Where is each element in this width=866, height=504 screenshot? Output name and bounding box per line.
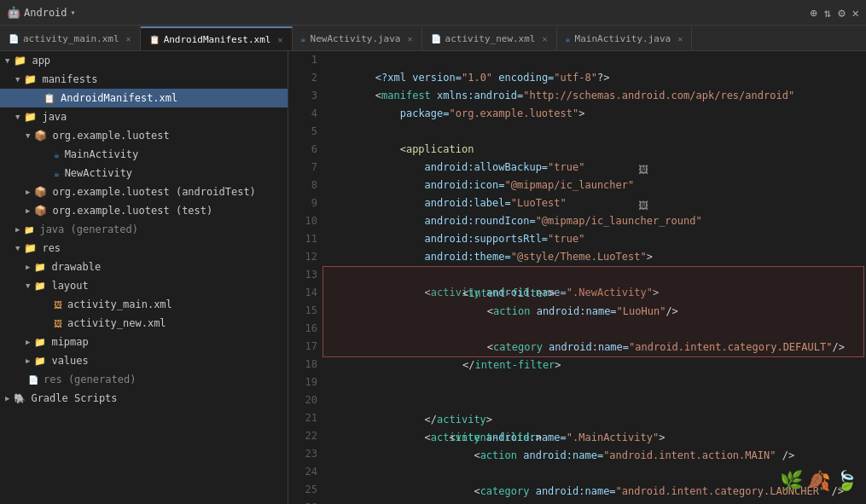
close-icon[interactable]: ✕ xyxy=(852,6,859,20)
tab-label: AndroidManifest.xml xyxy=(164,34,271,45)
sidebar-item-label: layout xyxy=(51,280,88,292)
tab-close-icon[interactable]: ✕ xyxy=(677,34,683,43)
code-line-20: ⬥ <activity android:name=".MainActivity"… xyxy=(323,393,866,411)
code-line-9: android:roundIcon="@mipmap/ic_launcher_r… xyxy=(323,194,866,212)
tab-activity-main[interactable]: 📄 activity_main.xml ✕ xyxy=(0,26,141,50)
expand-arrow: ▼ xyxy=(5,56,9,65)
sidebar-item-label: res (generated) xyxy=(44,374,136,385)
sidebar-item-label: activity_new.xml xyxy=(67,317,166,329)
sidebar-item-mipmap[interactable]: ▶ 📁 mipmap xyxy=(0,333,288,351)
folder-icon: 📁 xyxy=(24,73,37,85)
sidebar-item-main-activity[interactable]: ☕ MainActivity xyxy=(0,145,288,164)
tab-new-activity-java[interactable]: ☕ NewActivity.java ✕ xyxy=(293,26,422,50)
expand-arrow: ▶ xyxy=(5,394,9,403)
code-line-10: android:supportsRtl="true" xyxy=(323,212,866,230)
tab-close-icon[interactable]: ✕ xyxy=(408,34,413,43)
sidebar-item-label: NewActivity xyxy=(65,167,132,179)
code-line-19: ⬥ </activity> xyxy=(323,375,866,393)
line-numbers: 1 2 3 4 5 6 7 8 9 10 11 12 13 14 15 16 1… xyxy=(288,51,323,504)
sidebar-item-org-example[interactable]: ▼ 📦 org.example.luotest xyxy=(0,126,288,145)
sidebar-item-test[interactable]: ▶ 📦 org.example.luotest (test) xyxy=(0,201,288,220)
gradle-icon: 🐘 xyxy=(14,393,26,404)
sidebar-item-label: app xyxy=(32,55,50,67)
sidebar-item-manifests[interactable]: ▼ 📁 manifests xyxy=(0,70,288,89)
folder-icon: 📁 xyxy=(24,225,34,235)
tab-file-icon: 📋 xyxy=(149,35,160,44)
expand-arrow: ▶ xyxy=(26,188,30,196)
code-line-21: <intent-filter> xyxy=(323,411,866,429)
xml-file-icon: 📋 xyxy=(44,93,55,104)
code-line-12: 💡 <activity android:name=".NewActivity"> xyxy=(323,248,866,266)
dropdown-arrow-icon: ▾ xyxy=(71,8,76,17)
sidebar-item-label: manifests xyxy=(42,73,97,85)
code-line-24: <category android:name="android.intent.c… xyxy=(323,465,866,483)
tab-file-icon: 📄 xyxy=(9,34,19,43)
sidebar-item-res-generated[interactable]: 📄 res (generated) xyxy=(0,370,288,389)
toolbar-icons: ⊕ ⇅ ⚙ ✕ xyxy=(810,6,859,20)
sidebar-item-activity-new-xml[interactable]: 🖼 activity_new.xml xyxy=(0,314,288,333)
code-line-17: </intent-filter> xyxy=(323,339,863,356)
sidebar-item-android-test[interactable]: ▶ 📦 org.example.luotest (androidTest) xyxy=(0,182,288,201)
tab-file-icon: 📄 xyxy=(431,34,441,43)
tab-close-icon[interactable]: ✕ xyxy=(543,34,548,43)
expand-arrow: ▼ xyxy=(15,244,20,252)
sidebar-item-android-manifest[interactable]: 📋 AndroidManifest.xml xyxy=(0,89,288,107)
tab-label: activity_new.xml xyxy=(445,33,536,44)
sidebar-item-gradle-scripts[interactable]: ▶ 🐘 Gradle Scripts xyxy=(0,389,288,408)
sidebar-item-new-activity[interactable]: ☕ NewActivity xyxy=(0,164,288,182)
swap-icon[interactable]: ⇅ xyxy=(824,6,831,20)
expand-arrow: ▶ xyxy=(26,263,30,271)
sidebar-item-label: AndroidManifest.xml xyxy=(61,92,177,104)
sidebar-item-layout[interactable]: ▼ 📁 layout xyxy=(0,276,288,295)
code-line-8: android:label="LuoTest" xyxy=(323,177,866,194)
sidebar-item-label: java (generated) xyxy=(39,223,138,235)
sidebar-item-java[interactable]: ▼ 📁 java xyxy=(0,107,288,126)
code-line-26: </activity> xyxy=(323,501,866,504)
sidebar-item-values[interactable]: ▶ 📁 values xyxy=(0,351,288,370)
expand-arrow: ▼ xyxy=(26,281,30,290)
tab-close-icon[interactable]: ✕ xyxy=(126,34,131,43)
expand-arrow: ▼ xyxy=(15,75,20,84)
code-content: <?xml version="1.0" encoding="utf-8"?> <… xyxy=(323,51,866,504)
expand-arrow: ▶ xyxy=(26,356,30,365)
tab-bar: 📄 activity_main.xml ✕ 📋 AndroidManifest.… xyxy=(0,26,866,51)
xml-file-icon: 🖼 xyxy=(54,300,62,310)
tab-android-manifest[interactable]: 📋 AndroidManifest.xml ✕ xyxy=(141,26,293,50)
folder-icon: 📁 xyxy=(34,281,46,292)
sidebar-item-label: values xyxy=(51,355,88,367)
code-editor[interactable]: 1 2 3 4 5 6 7 8 9 10 11 12 13 14 15 16 1… xyxy=(288,51,866,504)
code-line-15 xyxy=(323,303,863,321)
project-selector[interactable]: 🤖 Android ▾ xyxy=(7,6,76,19)
sidebar-item-label: org.example.luotest (test) xyxy=(52,205,212,217)
sidebar-item-label: org.example.luotest xyxy=(52,130,169,142)
sidebar-item-java-generated[interactable]: ▶ 📁 java (generated) xyxy=(0,220,288,239)
folder-icon: 📁 xyxy=(24,242,37,254)
tab-label: activity_main.xml xyxy=(23,33,119,44)
sidebar-item-activity-main-xml[interactable]: 🖼 activity_main.xml xyxy=(0,295,288,314)
code-line-4 xyxy=(323,105,866,123)
tab-file-icon: ☕ xyxy=(566,34,571,43)
folder-icon: 📁 xyxy=(14,55,26,67)
folder-icon: 📁 xyxy=(24,111,37,123)
sync-icon[interactable]: ⊕ xyxy=(810,6,817,20)
sidebar-item-label: mipmap xyxy=(51,336,88,348)
tab-activity-new-xml[interactable]: 📄 activity_new.xml ✕ xyxy=(422,26,557,50)
code-line-1: <?xml version="1.0" encoding="utf-8"?> xyxy=(323,51,866,69)
code-line-6: android:allowBackup="true" xyxy=(323,141,866,159)
code-line-14: <action android:name="LuoHun"/> xyxy=(323,285,863,303)
sidebar-item-app[interactable]: ▼ 📁 app xyxy=(0,51,288,70)
file-tree: ▼ 📁 app ▼ 📁 manifests 📋 AndroidManifest.… xyxy=(0,51,288,504)
tab-main-activity-java[interactable]: ☕ MainActivity.java ✕ xyxy=(557,26,693,50)
code-line-7: android:icon="@mipmap/ic_launcher" 🖼 xyxy=(323,159,866,177)
sidebar-item-res[interactable]: ▼ 📁 res xyxy=(0,239,288,258)
expand-arrow: ▶ xyxy=(26,206,30,215)
settings-icon[interactable]: ⚙ xyxy=(838,6,845,20)
expand-arrow: ▼ xyxy=(15,113,20,121)
tab-close-icon[interactable]: ✕ xyxy=(277,35,282,44)
code-line-18 xyxy=(323,357,866,375)
java-icon: ☕ xyxy=(54,149,60,160)
sidebar-item-drawable[interactable]: ▶ 📁 drawable xyxy=(0,258,288,276)
sidebar-item-label: org.example.luotest (androidTest) xyxy=(52,186,255,198)
folder-icon: 📁 xyxy=(34,262,46,273)
folder-icon: 📁 xyxy=(34,356,46,367)
